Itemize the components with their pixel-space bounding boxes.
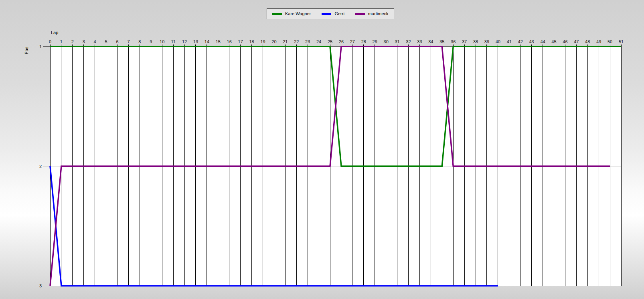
position-line-chart: 0123456789101112131415161718192021222324… (0, 0, 644, 299)
legend-item-kare-wagner: Kare Wagner (272, 12, 311, 16)
x-tick-label: 43 (529, 39, 534, 44)
legend-label: Gerri (334, 12, 344, 16)
x-tick-label: 25 (328, 39, 332, 44)
x-tick-label: 38 (473, 39, 478, 44)
x-tick-label: 32 (406, 39, 411, 44)
x-tick-label: 49 (596, 39, 601, 44)
x-tick-label: 39 (484, 39, 489, 44)
x-tick-label: 18 (249, 39, 254, 44)
x-tick-label: 0 (49, 39, 51, 44)
legend-label: martimeck (368, 12, 389, 16)
x-tick-label: 28 (361, 39, 366, 44)
lap-chart-window: 0123456789101112131415161718192021222324… (0, 0, 644, 299)
x-tick-label: 35 (439, 39, 444, 44)
x-tick-label: 33 (417, 39, 422, 44)
y-axis-title: Pos (24, 47, 29, 55)
x-tick-label: 19 (260, 39, 265, 44)
x-tick-label: 5 (105, 39, 107, 44)
x-tick-label: 22 (294, 39, 299, 44)
legend-label: Kare Wagner (285, 12, 311, 16)
x-tick-label: 10 (160, 39, 164, 44)
x-tick-label: 14 (205, 39, 209, 44)
x-tick-label: 20 (271, 39, 276, 44)
x-tick-label: 6 (116, 39, 118, 44)
chart-legend: Kare Wagner Gerri martimeck (267, 8, 394, 19)
series-color-swatch (322, 13, 331, 15)
x-tick-label: 8 (138, 39, 141, 44)
x-tick-label: 37 (462, 39, 467, 44)
x-tick-label: 7 (127, 39, 130, 44)
x-tick-label: 48 (585, 39, 590, 44)
x-tick-label: 17 (238, 39, 243, 44)
x-tick-label: 9 (150, 39, 152, 44)
x-tick-label: 29 (373, 39, 377, 44)
x-tick-label: 4 (94, 39, 96, 44)
x-tick-label: 31 (395, 39, 399, 44)
y-tick-label: 1 (39, 44, 42, 49)
x-tick-label: 24 (316, 39, 321, 44)
x-tick-label: 15 (216, 39, 221, 44)
x-tick-label: 1 (60, 39, 63, 44)
x-tick-label: 47 (574, 39, 579, 44)
x-tick-label: 11 (171, 39, 175, 44)
x-tick-label: 51 (619, 39, 624, 44)
x-tick-label: 46 (563, 39, 567, 44)
x-tick-label: 13 (193, 39, 198, 44)
series-color-swatch (272, 13, 282, 15)
x-tick-label: 34 (428, 39, 433, 44)
x-tick-label: 36 (451, 39, 456, 44)
x-tick-label: 12 (182, 39, 187, 44)
x-tick-label: 26 (339, 39, 344, 44)
x-tick-label: 41 (507, 39, 512, 44)
x-tick-label: 50 (608, 39, 612, 44)
x-tick-label: 2 (71, 39, 74, 44)
x-tick-label: 44 (540, 39, 545, 44)
x-tick-label: 45 (551, 39, 556, 44)
x-tick-label: 16 (227, 39, 232, 44)
x-tick-label: 30 (384, 39, 389, 44)
x-tick-label: 23 (305, 39, 310, 44)
x-tick-label: 40 (496, 39, 500, 44)
x-tick-label: 42 (518, 39, 523, 44)
x-tick-label: 21 (283, 39, 288, 44)
y-tick-label: 2 (39, 164, 42, 169)
legend-item-martimeck: martimeck (355, 12, 389, 16)
x-tick-label: 27 (350, 39, 355, 44)
x-axis-title: Lap (51, 30, 58, 35)
legend-item-gerri: Gerri (322, 12, 344, 16)
y-tick-label: 3 (39, 283, 42, 288)
series-color-swatch (355, 13, 365, 15)
x-tick-label: 3 (83, 39, 85, 44)
